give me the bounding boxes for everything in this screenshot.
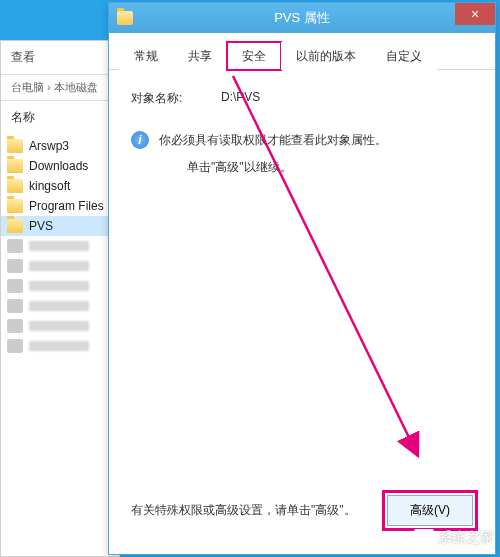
close-icon: ×	[471, 6, 479, 22]
info-row: i 你必须具有读取权限才能查看此对象属性。 单击"高级"以继续。	[131, 131, 473, 177]
blurred-text	[29, 241, 89, 251]
folder-label: kingsoft	[29, 179, 70, 193]
folder-item[interactable]: Program Files	[1, 196, 119, 216]
tab-sharing[interactable]: 共享	[173, 42, 227, 70]
explorer-ribbon-tab[interactable]: 查看	[1, 41, 119, 75]
watermark: 系统之家	[414, 529, 494, 547]
close-button[interactable]: ×	[455, 3, 495, 25]
object-name-row: 对象名称: D:\PVS	[131, 90, 473, 107]
file-icon	[7, 259, 23, 273]
folder-item[interactable]: kingsoft	[1, 176, 119, 196]
blurred-item	[1, 276, 119, 296]
properties-dialog: PVS 属性 × 常规 共享 安全 以前的版本 自定义 对象名称: D:\PVS…	[108, 2, 496, 555]
tab-content: 对象名称: D:\PVS i 你必须具有读取权限才能查看此对象属性。 单击"高级…	[109, 70, 495, 550]
folder-list: Arswp3 Downloads kingsoft Program Files …	[1, 134, 119, 358]
blurred-item	[1, 336, 119, 356]
folder-label: PVS	[29, 219, 53, 233]
column-header-name[interactable]: 名称	[1, 101, 119, 134]
explorer-breadcrumb[interactable]: 台电脑 › 本地磁盘	[1, 75, 119, 101]
blurred-text	[29, 261, 89, 271]
folder-icon	[7, 199, 23, 213]
hint-text: 有关特殊权限或高级设置，请单击"高级"。	[131, 502, 356, 519]
explorer-window: 查看 台电脑 › 本地磁盘 名称 Arswp3 Downloads kingso…	[0, 40, 120, 557]
tab-general[interactable]: 常规	[119, 42, 173, 70]
object-name-label: 对象名称:	[131, 90, 221, 107]
folder-icon	[7, 179, 23, 193]
blurred-text	[29, 281, 89, 291]
folder-label: Arswp3	[29, 139, 69, 153]
watermark-text: 系统之家	[438, 529, 494, 547]
tab-security[interactable]: 安全	[227, 42, 281, 70]
blurred-item	[1, 316, 119, 336]
folder-label: Program Files	[29, 199, 104, 213]
blurred-text	[29, 341, 89, 351]
file-icon	[7, 239, 23, 253]
tabs-row: 常规 共享 安全 以前的版本 自定义	[109, 33, 495, 70]
info-icon: i	[131, 131, 149, 149]
folder-icon	[7, 139, 23, 153]
folder-item[interactable]: Arswp3	[1, 136, 119, 156]
tab-previous-versions[interactable]: 以前的版本	[281, 42, 371, 70]
dialog-titlebar[interactable]: PVS 属性 ×	[109, 3, 495, 33]
blurred-item	[1, 236, 119, 256]
bottom-area: 有关特殊权限或高级设置，请单击"高级"。 高级(V)	[131, 495, 473, 526]
blurred-item	[1, 256, 119, 276]
file-icon	[7, 299, 23, 313]
object-name-value: D:\PVS	[221, 90, 260, 107]
tab-customize[interactable]: 自定义	[371, 42, 437, 70]
folder-icon	[117, 11, 133, 25]
file-icon	[7, 339, 23, 353]
blurred-item	[1, 296, 119, 316]
blurred-text	[29, 321, 89, 331]
file-icon	[7, 319, 23, 333]
file-icon	[7, 279, 23, 293]
blurred-text	[29, 301, 89, 311]
folder-label: Downloads	[29, 159, 88, 173]
folder-item[interactable]: Downloads	[1, 156, 119, 176]
watermark-icon	[414, 529, 434, 547]
dialog-title: PVS 属性	[274, 9, 330, 27]
folder-icon	[7, 159, 23, 173]
folder-item-selected[interactable]: PVS	[1, 216, 119, 236]
folder-icon	[7, 219, 23, 233]
continue-text: 单击"高级"以继续。	[187, 158, 387, 177]
advanced-button[interactable]: 高级(V)	[387, 495, 473, 526]
info-text: 你必须具有读取权限才能查看此对象属性。	[159, 131, 387, 150]
